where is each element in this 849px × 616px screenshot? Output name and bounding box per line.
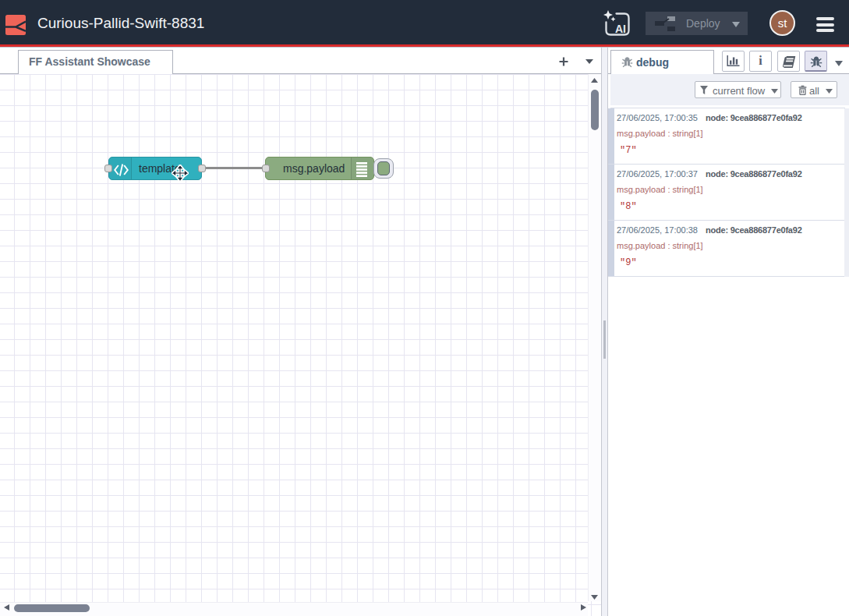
svg-text:AI: AI [615, 23, 626, 35]
